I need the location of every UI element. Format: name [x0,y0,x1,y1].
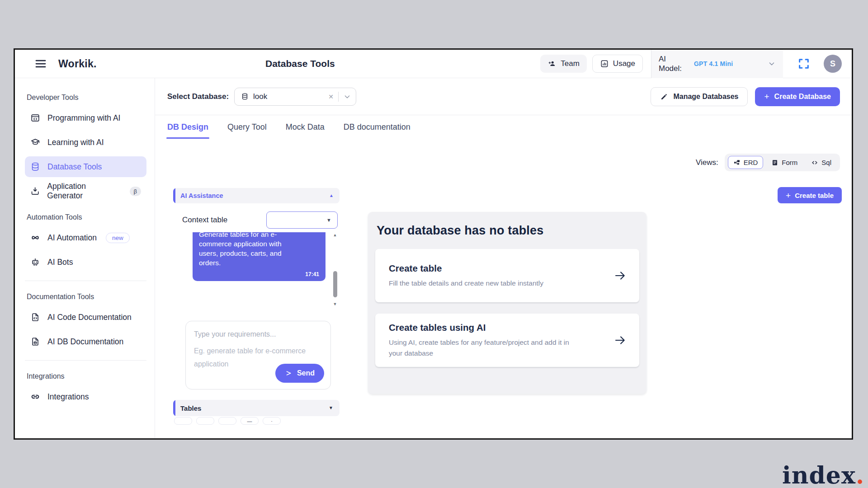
canvas-control-chip[interactable] [174,417,192,425]
sidebar-section-automation-tools: Automation Tools [27,213,146,221]
arrow-right-icon [614,334,627,347]
scroll-up-icon[interactable]: ▲ [333,233,337,237]
create-table-label: Create table [795,192,834,199]
sidebar-item-label: Application Generator [47,182,121,201]
context-table-label: Context table [182,216,227,225]
card-title: Create table [389,263,543,274]
sidebar-section-documentation-tools: Documentation Tools [27,293,146,301]
context-table-row: Context table ▼ [182,211,338,229]
ai-assistance-panel: AI Assistance ▲ Context table ▼ Generate… [173,188,340,389]
scrollbar-track[interactable] [333,237,337,302]
send-label: Send [297,369,315,377]
view-sql-label: Sql [821,159,831,166]
code-brackets-icon [811,159,818,166]
send-arrow-icon [285,369,293,377]
usage-button[interactable]: Usage [592,55,643,73]
sidebar-divider [25,360,146,361]
requirements-input[interactable]: Type your requirements... Eg. generate t… [185,321,331,389]
code-doc-icon [30,312,40,322]
tab-query-tool[interactable]: Query Tool [227,115,267,139]
tab-db-documentation[interactable]: DB documentation [344,115,410,139]
sidebar-item-integrations[interactable]: Integrations [25,386,146,407]
send-button[interactable]: Send [275,364,324,383]
create-table-card[interactable]: Create table Fill the table details and … [375,249,639,302]
canvas-control-chip[interactable]: — [241,417,259,425]
sidebar-section-developer-tools: Developer Tools [27,94,146,102]
input-placeholder-line1: Type your requirements... [194,330,322,338]
database-toolbar: Select Database: look ✕ [155,78,852,115]
divider [338,92,339,102]
main-content: Select Database: look ✕ [155,78,852,438]
team-button[interactable]: Team [540,55,587,73]
ai-assistance-header[interactable]: AI Assistance ▲ [173,188,340,203]
canvas-control-chip[interactable] [218,417,236,425]
card-text: Create table Fill the table details and … [389,263,543,288]
erd-diagram-icon [733,159,741,166]
selected-database-name: look [253,92,324,101]
view-sql-button[interactable]: Sql [806,156,837,169]
sidebar-item-database-tools[interactable]: Database Tools [25,156,146,177]
database-select[interactable]: look ✕ [234,88,356,106]
chat-history[interactable]: Generate tables for an e-commerce applic… [173,232,340,307]
plus-icon: + [786,191,791,200]
card-text: Create tables using AI Using AI, create … [389,322,584,358]
code-window-icon [30,113,40,123]
link-icon [30,392,40,402]
sidebar-item-programming-with-ai[interactable]: Programming with AI [25,108,146,128]
automation-icon [30,233,40,243]
scroll-down-icon[interactable]: ▼ [333,302,337,306]
menu-button[interactable] [34,57,47,70]
ai-model-selector[interactable]: AI Model: GPT 4.1 Mini [651,50,783,78]
tab-mock-data[interactable]: Mock Data [286,115,325,139]
top-bar: Workik. Database Tools Team Us [15,50,852,78]
view-form-button[interactable]: Form [766,156,803,169]
form-document-icon [771,159,778,166]
sidebar-item-learning-with-ai[interactable]: Learning with AI [25,132,146,153]
sidebar-item-label: Database Tools [47,162,102,172]
sidebar-section-integrations: Integrations [27,372,146,380]
fullscreen-button[interactable] [797,57,810,70]
tables-panel-header[interactable]: Tables ▼ [173,400,340,416]
sidebar-item-label: AI Bots [47,258,73,267]
sidebar-item-application-generator[interactable]: Application Generator β [25,181,146,202]
new-badge: new [106,233,130,243]
user-message-bubble: Generate tables for an e-commerce applic… [193,232,326,281]
watermark-dot: . [856,461,864,488]
message-timestamp: 17:41 [199,271,319,277]
scrollbar-thumb[interactable] [333,271,337,297]
sidebar-item-label: AI Code Documentation [47,313,132,322]
sidebar-divider [25,281,146,281]
sidebar-item-ai-db-documentation[interactable]: AI DB Documentation [25,331,146,352]
team-label: Team [561,59,580,68]
chevron-down-icon[interactable] [343,93,351,101]
context-table-select[interactable]: ▼ [266,211,338,229]
collapse-icon[interactable]: ▲ [329,193,334,198]
db-doc-icon [30,337,40,347]
card-title: Create tables using AI [389,322,584,333]
create-tables-using-ai-card[interactable]: Create tables using AI Using AI, create … [375,314,639,367]
view-erd-button[interactable]: ERD [728,156,764,169]
database-icon [241,93,249,100]
clear-selection-icon[interactable]: ✕ [328,93,334,100]
sidebar-item-ai-bots[interactable]: AI Bots [25,252,146,272]
sidebar-item-ai-code-documentation[interactable]: AI Code Documentation [25,307,146,328]
canvas-control-chip[interactable] [196,417,214,425]
create-database-button[interactable]: + Create Database [755,87,840,106]
tables-panel-title: Tables [180,404,201,412]
chat-scrollbar[interactable]: ▲ ▼ [332,233,338,306]
app-logo: Workik. [58,58,97,70]
manage-databases-button[interactable]: Manage Databases [651,87,748,106]
sidebar-item-ai-automation[interactable]: AI Automation new [25,227,146,248]
avatar[interactable]: S [824,55,842,73]
avatar-initial: S [830,59,835,69]
manage-databases-label: Manage Databases [673,93,738,101]
expand-icon[interactable]: ▼ [329,406,333,410]
create-table-button[interactable]: + Create table [778,187,842,203]
canvas-control-chip[interactable]: · [263,417,281,425]
header-actions: Team Usage AI Model: GPT 4.1 Mini [540,50,845,78]
canvas-controls-row: — · [174,417,281,425]
dropdown-arrow-icon: ▼ [326,218,331,223]
tab-db-design[interactable]: DB Design [167,115,208,139]
ai-assistance-title: AI Assistance [180,192,223,199]
usage-chart-icon [600,59,609,68]
